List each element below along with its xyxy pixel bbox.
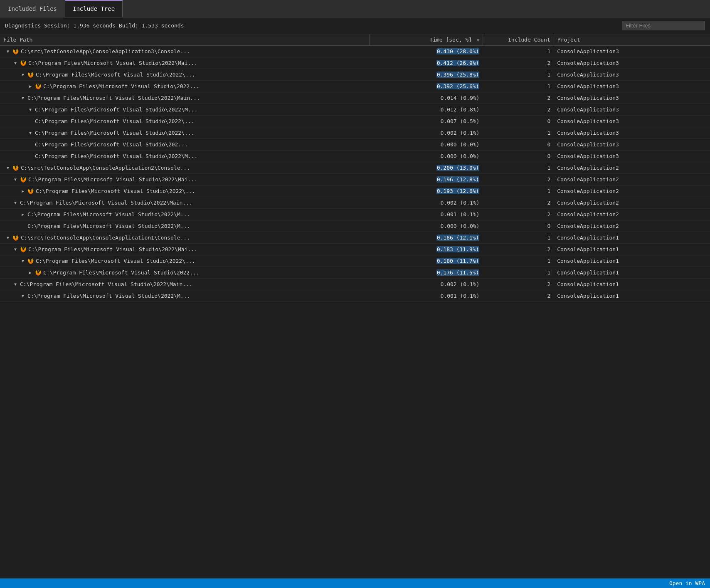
cell-project: ConsoleApplication3 <box>554 81 710 92</box>
table-row[interactable]: ▼ C:\Program Files\Microsoft Visual Stud… <box>0 174 710 185</box>
time-highlight: 0.186 (12.1%) <box>436 235 480 241</box>
expand-button[interactable]: ▼ <box>12 200 18 206</box>
table-row[interactable]: ▼ C:\Program Files\Microsoft Visual Stud… <box>0 255 710 267</box>
flame-icon <box>27 258 34 264</box>
sort-arrow-time: ▼ <box>477 38 479 42</box>
cell-project: ConsoleApplication3 <box>554 139 710 151</box>
expand-button[interactable]: ▼ <box>12 177 18 183</box>
expand-button[interactable]: ▼ <box>12 60 18 66</box>
table-row[interactable]: ▼ C:\src\TestConsoleApp\ConsoleApplicati… <box>0 46 710 57</box>
col-header-project[interactable]: Project <box>554 34 710 46</box>
cell-filepath: ▼ C:\src\TestConsoleApp\ConsoleApplicati… <box>0 162 369 174</box>
cell-project: ConsoleApplication3 <box>554 92 710 104</box>
expand-button[interactable]: ▼ <box>20 293 26 299</box>
flame-icon <box>20 60 27 67</box>
cell-count: 1 <box>483 185 554 197</box>
time-highlight: 0.392 (25.6%) <box>436 83 480 89</box>
table-row[interactable]: ▼ C:\src\TestConsoleApp\ConsoleApplicati… <box>0 232 710 244</box>
table-row[interactable]: ▶C:\Program Files\Microsoft Visual Studi… <box>0 209 710 220</box>
cell-project: ConsoleApplication1 <box>554 255 710 267</box>
expand-button[interactable]: ▼ <box>12 282 18 287</box>
tab-included-files[interactable]: Included Files <box>0 0 65 17</box>
filepath-text: C:\Program Files\Microsoft Visual Studio… <box>35 141 188 148</box>
col-header-filepath[interactable]: File Path <box>0 34 369 46</box>
filepath-text: C:\Program Files\Microsoft Visual Studio… <box>35 118 195 124</box>
cell-count: 1 <box>483 267 554 279</box>
filepath-text: C:\src\TestConsoleApp\ConsoleApplication… <box>21 165 190 171</box>
table-row[interactable]: C:\Program Files\Microsoft Visual Studio… <box>0 220 710 232</box>
table-row[interactable]: ▼C:\Program Files\Microsoft Visual Studi… <box>0 127 710 139</box>
table-row[interactable]: C:\Program Files\Microsoft Visual Studio… <box>0 151 710 162</box>
table-row[interactable]: ▼C:\Program Files\Microsoft Visual Studi… <box>0 279 710 290</box>
expand-button[interactable]: ▼ <box>5 49 11 54</box>
expand-button[interactable]: ▶ <box>20 212 26 217</box>
table-row[interactable]: ▼C:\Program Files\Microsoft Visual Studi… <box>0 197 710 209</box>
table-row[interactable]: ▶ C:\Program Files\Microsoft Visual Stud… <box>0 267 710 279</box>
table-body: ▼ C:\src\TestConsoleApp\ConsoleApplicati… <box>0 46 710 302</box>
cell-project: ConsoleApplication3 <box>554 57 710 69</box>
flame-icon <box>20 176 27 183</box>
filepath-text: C:\src\TestConsoleApp\ConsoleApplication… <box>21 235 190 241</box>
files-table: File Path Time [sec, %] ▼ Include Count … <box>0 34 710 302</box>
filepath-text: C:\Program Files\Microsoft Visual Studio… <box>27 223 190 229</box>
col-header-time[interactable]: Time [sec, %] ▼ <box>369 34 483 46</box>
expand-button[interactable]: ▶ <box>20 188 26 194</box>
cell-time: 0.002 (0.1%) <box>369 127 483 139</box>
cell-count: 2 <box>483 197 554 209</box>
cell-count: 2 <box>483 104 554 116</box>
table-row[interactable]: ▶ C:\Program Files\Microsoft Visual Stud… <box>0 185 710 197</box>
cell-project: ConsoleApplication3 <box>554 46 710 57</box>
cell-filepath: ▼ C:\Program Files\Microsoft Visual Stud… <box>0 69 369 81</box>
cell-filepath: ▼C:\Program Files\Microsoft Visual Studi… <box>0 104 369 116</box>
expand-button[interactable]: ▼ <box>27 130 33 136</box>
table-row[interactable]: ▼ C:\Program Files\Microsoft Visual Stud… <box>0 244 710 255</box>
table-row[interactable]: C:\Program Files\Microsoft Visual Studio… <box>0 116 710 127</box>
flame-icon <box>35 269 42 276</box>
cell-count: 0 <box>483 151 554 162</box>
filter-input[interactable] <box>622 21 705 30</box>
expand-button[interactable]: ▼ <box>5 235 11 241</box>
col-header-count[interactable]: Include Count <box>483 34 554 46</box>
expand-button[interactable]: ▼ <box>27 107 33 113</box>
tab-include-tree[interactable]: Include Tree <box>65 0 123 17</box>
cell-count: 1 <box>483 162 554 174</box>
cell-project: ConsoleApplication1 <box>554 267 710 279</box>
open-in-wpa-link[interactable]: Open in WPA <box>669 580 705 586</box>
cell-count: 1 <box>483 69 554 81</box>
flame-icon <box>27 72 34 78</box>
main-container: Included FilesInclude Tree Diagnostics S… <box>0 0 710 588</box>
cell-project: ConsoleApplication2 <box>554 174 710 185</box>
expand-button[interactable]: ▶ <box>27 84 33 89</box>
table-row[interactable]: ▶ C:\Program Files\Microsoft Visual Stud… <box>0 81 710 92</box>
expand-button[interactable]: ▼ <box>12 247 18 252</box>
expand-button[interactable]: ▶ <box>27 270 33 276</box>
expand-button[interactable]: ▼ <box>20 72 26 78</box>
cell-filepath: ▼ C:\Program Files\Microsoft Visual Stud… <box>0 244 369 255</box>
cell-project: ConsoleApplication3 <box>554 69 710 81</box>
cell-time: 0.430 (28.0%) <box>369 46 483 57</box>
cell-project: ConsoleApplication2 <box>554 220 710 232</box>
expand-button[interactable]: ▼ <box>20 258 26 264</box>
table-row[interactable]: ▼C:\Program Files\Microsoft Visual Studi… <box>0 92 710 104</box>
expand-button[interactable]: ▼ <box>5 165 11 171</box>
cell-count: 1 <box>483 255 554 267</box>
filepath-text: C:\Program Files\Microsoft Visual Studio… <box>36 188 195 194</box>
table-row[interactable]: ▼C:\Program Files\Microsoft Visual Studi… <box>0 104 710 116</box>
time-highlight: 0.412 (26.9%) <box>436 60 480 66</box>
table-row[interactable]: ▼ C:\src\TestConsoleApp\ConsoleApplicati… <box>0 162 710 174</box>
filepath-text: C:\Program Files\Microsoft Visual Studio… <box>28 60 197 66</box>
expand-button[interactable]: ▼ <box>20 95 26 101</box>
table-row[interactable]: ▼ C:\Program Files\Microsoft Visual Stud… <box>0 69 710 81</box>
time-highlight: 0.196 (12.8%) <box>436 176 480 183</box>
cell-time: 0.000 (0.0%) <box>369 139 483 151</box>
table-row[interactable]: ▼ C:\Program Files\Microsoft Visual Stud… <box>0 57 710 69</box>
cell-time: 0.396 (25.8%) <box>369 69 483 81</box>
table-row[interactable]: ▼C:\Program Files\Microsoft Visual Studi… <box>0 290 710 302</box>
cell-filepath: ▼C:\Program Files\Microsoft Visual Studi… <box>0 197 369 209</box>
filepath-text: C:\Program Files\Microsoft Visual Studio… <box>36 72 195 78</box>
cell-project: ConsoleApplication1 <box>554 290 710 302</box>
table-wrapper[interactable]: File Path Time [sec, %] ▼ Include Count … <box>0 34 710 578</box>
footer-bar[interactable]: Open in WPA <box>0 578 710 588</box>
filepath-text: C:\Program Files\Microsoft Visual Studio… <box>28 176 197 183</box>
table-row[interactable]: C:\Program Files\Microsoft Visual Studio… <box>0 139 710 151</box>
